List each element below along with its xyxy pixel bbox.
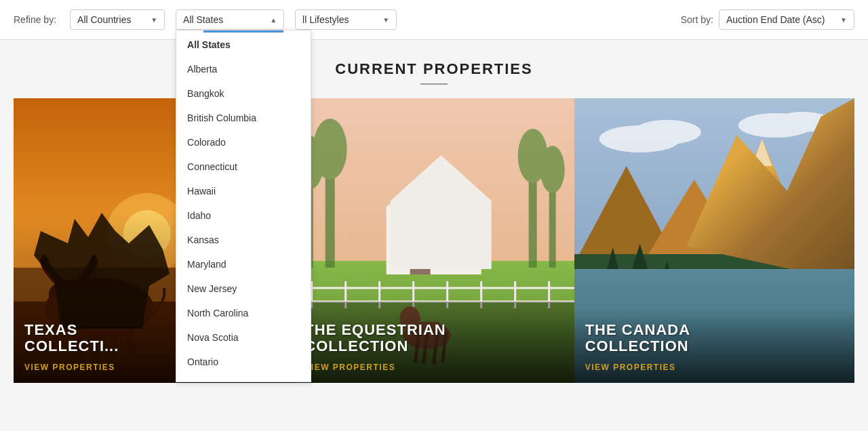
- states-chevron: ▲: [270, 16, 277, 24]
- dropdown-item-nova-scotia[interactable]: Nova Scotia: [176, 325, 311, 350]
- dropdown-item-pennsylvania[interactable]: Pennsylvania: [176, 374, 311, 382]
- svg-marker-60: [809, 258, 823, 285]
- dropdown-item-kansas[interactable]: Kansas: [176, 228, 311, 252]
- svg-marker-61: [808, 247, 824, 278]
- card-equestrian-overlay: THE EQUESTRIAN COLLECTION VIEW PROPERTIE…: [294, 308, 574, 383]
- lifestyles-chevron: ▼: [382, 16, 389, 24]
- svg-point-45: [633, 120, 701, 144]
- section-title: CURRENT PROPERTIES: [14, 60, 854, 78]
- countries-chevron: ▼: [151, 16, 157, 24]
- states-dropdown-menu: All States Alberta Bangkok British Colum…: [176, 30, 311, 382]
- lifestyles-dropdown[interactable]: ll Lifestyles ▼: [295, 9, 397, 30]
- svg-point-5: [49, 280, 90, 310]
- states-dropdown[interactable]: All States ▲: [176, 9, 284, 30]
- svg-rect-53: [574, 254, 854, 295]
- refine-label: Refine by:: [14, 14, 56, 25]
- dropdown-item-bangkok[interactable]: Bangkok: [176, 81, 311, 106]
- svg-rect-21: [387, 207, 481, 274]
- card-canada-overlay: THE CANADA COLLECTION VIEW PROPERTIES: [574, 308, 854, 383]
- card-canada-link[interactable]: VIEW PROPERTIES: [585, 363, 844, 372]
- sort-label: Sort by:: [681, 14, 713, 25]
- dropdown-item-maryland[interactable]: Maryland: [176, 252, 311, 276]
- card-canada-title: THE CANADA COLLECTION: [585, 322, 844, 354]
- sort-dropdown[interactable]: Auction End Date (Asc) ▼: [719, 9, 854, 30]
- svg-marker-62: [833, 264, 846, 285]
- dropdown-item-connecticut[interactable]: Connecticut: [176, 155, 311, 179]
- dropdown-item-idaho[interactable]: Idaho: [176, 203, 311, 228]
- svg-point-2: [123, 210, 171, 258]
- sort-value: Auction End Date (Asc): [726, 14, 825, 25]
- countries-dropdown[interactable]: All Countries ▼: [70, 9, 165, 30]
- states-dropdown-wrapper: All States ▲ All States Alberta Bangkok …: [176, 9, 284, 30]
- dropdown-item-hawaii[interactable]: Hawaii: [176, 179, 311, 203]
- svg-point-20: [540, 146, 565, 193]
- sort-section: Sort by: Auction End Date (Asc) ▼: [681, 9, 854, 30]
- dropdown-item-all-states[interactable]: All States: [176, 33, 311, 57]
- states-label: All States: [183, 14, 223, 25]
- sort-chevron: ▼: [840, 16, 847, 24]
- filter-bar: Refine by: All Countries ▼ All States ▲ …: [0, 0, 868, 40]
- card-equestrian-link[interactable]: VIEW PROPERTIES: [304, 363, 563, 372]
- card-equestrian[interactable]: THE EQUESTRIAN COLLECTION VIEW PROPERTIE…: [294, 98, 574, 383]
- dropdown-item-north-carolina[interactable]: North Carolina: [176, 301, 311, 325]
- main-content: CURRENT PROPERTIES: [0, 40, 868, 396]
- card-canada[interactable]: THE CANADA COLLECTION VIEW PROPERTIES: [574, 98, 854, 383]
- title-divider: [420, 83, 448, 85]
- dropdown-item-british-columbia[interactable]: British Columbia: [176, 106, 311, 130]
- dropdown-item-new-jersey[interactable]: New Jersey: [176, 276, 311, 301]
- dropdown-item-ontario[interactable]: Ontario: [176, 350, 311, 374]
- svg-marker-59: [782, 261, 795, 285]
- lifestyles-label: ll Lifestyles: [302, 14, 349, 25]
- svg-point-16: [313, 119, 347, 180]
- svg-point-47: [772, 112, 833, 132]
- svg-rect-24: [437, 234, 461, 251]
- dropdown-item-alberta[interactable]: Alberta: [176, 57, 311, 81]
- card-equestrian-title: THE EQUESTRIAN COLLECTION: [304, 322, 563, 354]
- svg-rect-23: [410, 241, 431, 274]
- dropdown-item-colorado[interactable]: Colorado: [176, 130, 311, 155]
- cards-grid: TEXAS COLLECTI... VIEW PROPERTIES: [14, 98, 854, 383]
- countries-label: All Countries: [77, 14, 131, 25]
